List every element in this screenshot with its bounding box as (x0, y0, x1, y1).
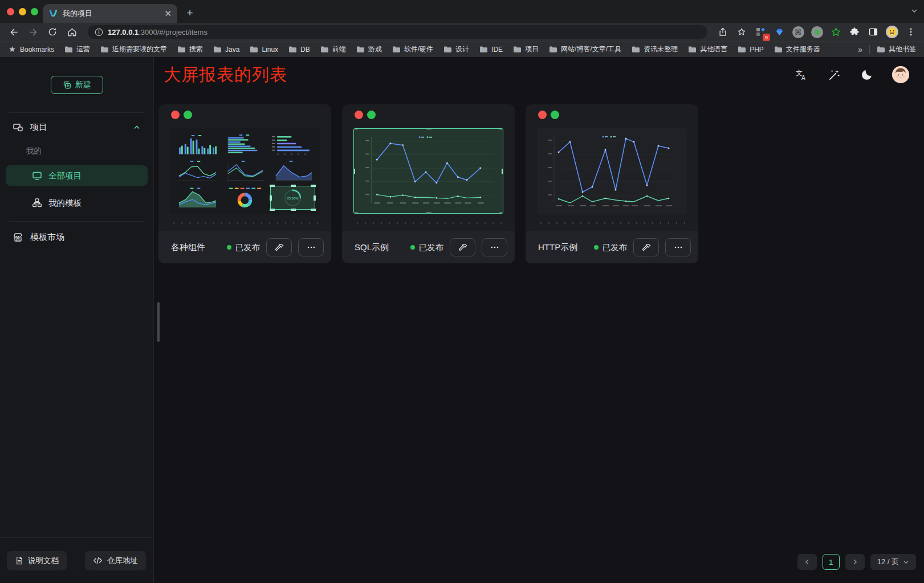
monitor-icon (32, 170, 42, 181)
extension-badge: 9 (763, 34, 770, 41)
svg-text:A: A (801, 75, 805, 81)
copy-plus-icon (62, 80, 71, 89)
avatar-face-icon (892, 66, 909, 83)
scrollbar-thumb[interactable] (157, 302, 160, 342)
bookmark-folder[interactable]: 文件服务器 (774, 44, 820, 54)
docs-button[interactable]: 说明文档 (7, 551, 67, 570)
extension-command-icon[interactable]: ⌘ (791, 25, 805, 39)
bookmark-folder[interactable]: 项目 (513, 44, 539, 54)
more-button[interactable] (298, 238, 324, 256)
pagination: 1 12 / 页 (797, 554, 916, 570)
new-project-button[interactable]: 新建 (51, 76, 103, 94)
home-button[interactable] (64, 25, 80, 39)
selection-handle (291, 209, 296, 211)
bookmark-folder[interactable]: 前端 (320, 44, 346, 54)
bookmarks-root[interactable]: Bookmarks (8, 45, 54, 54)
folder-icon (513, 46, 522, 53)
bookmark-folder[interactable]: 运营 (64, 44, 90, 54)
browser-tab[interactable]: 我的项目 ✕ (43, 4, 177, 23)
goview-favicon (48, 9, 58, 18)
bookmark-folder[interactable]: 近期需要读的文章 (100, 44, 167, 54)
tab-search-button[interactable] (910, 7, 918, 17)
bookmark-star-button[interactable] (734, 25, 749, 39)
extension-green-star-icon[interactable] (828, 25, 843, 39)
project-thumbnail[interactable] (537, 128, 687, 214)
bookmark-folder[interactable]: PHP (738, 46, 764, 54)
extensions-puzzle-button[interactable] (847, 25, 862, 39)
zoom-window-button[interactable] (31, 8, 38, 15)
minimize-window-button[interactable] (19, 8, 26, 15)
extension-tabs-icon[interactable]: 9 (753, 25, 768, 39)
sidebar-section-project[interactable]: 项目 (6, 117, 148, 137)
storefront-icon (13, 232, 23, 243)
share-button[interactable] (715, 25, 730, 39)
address-bar[interactable]: 127.0.0.1:3000/#/project/items (88, 25, 707, 39)
bookmark-folder[interactable]: DB (288, 46, 310, 54)
language-button[interactable]: 文 A (793, 67, 809, 83)
dark-mode-button[interactable] (859, 67, 875, 83)
extension-recorder-icon[interactable] (809, 25, 824, 39)
project-thumbnail[interactable] (353, 128, 503, 214)
side-panel-button[interactable] (866, 25, 881, 39)
current-page-button[interactable]: 1 (823, 554, 840, 570)
bookmark-folder[interactable]: 软件/硬件 (392, 44, 433, 54)
project-card-list: 25.00% (154, 92, 924, 263)
other-bookmarks-folder[interactable]: 其他书签 (877, 44, 916, 54)
project-card[interactable]: 25.00% (158, 104, 331, 263)
new-tab-button[interactable]: + (182, 6, 197, 21)
back-button[interactable] (6, 25, 22, 39)
folder-icon (632, 46, 640, 53)
tab-title: 我的项目 (63, 9, 160, 19)
emoji-avatar-icon (886, 26, 898, 38)
edit-button[interactable] (633, 238, 659, 256)
record-circle-icon (811, 26, 823, 38)
more-button[interactable] (482, 238, 507, 256)
forward-arrow-icon (28, 27, 39, 38)
bookmark-folder[interactable]: 网站/博客/文章/工具 (549, 44, 621, 54)
sidebar-item-my-templates[interactable]: 我的模板 (6, 193, 148, 213)
tab-close-icon[interactable]: ✕ (164, 9, 172, 18)
extension-gem-icon[interactable] (772, 25, 787, 39)
theme-color-button[interactable] (826, 67, 842, 83)
mini-donut-chart (222, 186, 267, 210)
bookmark-folder[interactable]: 游戏 (356, 44, 382, 54)
reload-button[interactable] (44, 25, 60, 39)
project-card[interactable]: HTTP示例 已发布 (526, 104, 698, 263)
forward-button[interactable] (25, 25, 41, 39)
bookmark-folder[interactable]: 设计 (443, 44, 469, 54)
edit-button[interactable] (266, 238, 292, 256)
bookmark-folder[interactable]: 搜索 (177, 44, 203, 54)
sidebar-item-all-projects[interactable]: 全部项目 (6, 165, 148, 186)
magic-wand-icon (828, 68, 841, 81)
bookmarks-overflow-button[interactable]: » (858, 45, 862, 54)
close-window-button[interactable] (7, 8, 14, 15)
card-red-dot (538, 111, 547, 119)
bookmark-folder[interactable]: Linux (250, 46, 278, 54)
project-thumbnail[interactable]: 25.00% (170, 128, 320, 214)
bookmark-folder[interactable]: Java (213, 46, 239, 54)
url-text: 127.0.0.1:3000/#/project/items (108, 28, 207, 36)
browser-toolbar: 127.0.0.1:3000/#/project/items (0, 23, 924, 41)
chevron-up-icon[interactable] (133, 123, 141, 131)
next-page-button[interactable] (845, 554, 865, 570)
profile-avatar-button[interactable] (885, 25, 899, 39)
macos-traffic-lights[interactable] (7, 8, 38, 15)
browser-menu-button[interactable] (903, 25, 918, 39)
bookmark-folder[interactable]: 资讯未整理 (632, 44, 678, 54)
project-card[interactable]: SQL示例 已发布 (342, 104, 515, 263)
folder-icon (213, 46, 222, 53)
dotted-divider (537, 222, 687, 224)
page-size-select[interactable]: 12 / 页 (870, 554, 916, 570)
bookmark-folder[interactable]: 其他语言 (688, 44, 727, 54)
site-info-icon[interactable] (95, 28, 103, 36)
mini-hbar-chart (222, 133, 267, 156)
prev-page-button[interactable] (797, 554, 817, 570)
edit-button[interactable] (450, 238, 475, 256)
repo-button[interactable]: 仓库地址 (85, 551, 146, 570)
mini-bar-chart (174, 133, 219, 156)
bookmark-folder[interactable]: IDE (479, 46, 503, 54)
gem-icon (774, 27, 785, 38)
user-avatar[interactable] (892, 66, 909, 83)
more-button[interactable] (665, 238, 691, 256)
sidebar-item-template-market[interactable]: 模板市场 (6, 227, 148, 247)
